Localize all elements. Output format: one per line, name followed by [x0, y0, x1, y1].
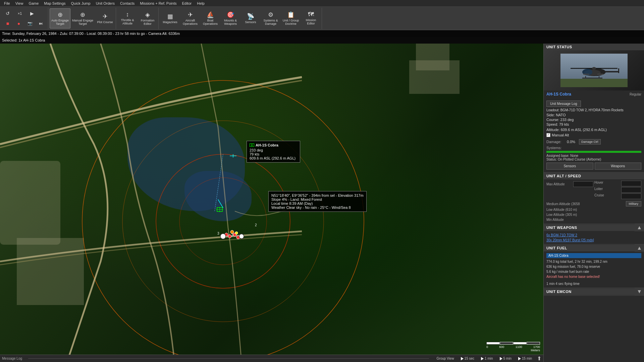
loiter-row: Loiter	[594, 187, 641, 193]
medium-alt-row: Medium Altitude (3658 Military	[546, 200, 641, 207]
interval-1m: 1 min	[485, 357, 493, 360]
auto-engage-btn[interactable]: ⊕ Auto EngageTarget	[50, 8, 70, 28]
map-area[interactable]: 3 3 2 AH-1S Cobra 233 deg 79 kts 609.	[0, 44, 543, 362]
group-view-btn[interactable]: Group View	[435, 356, 456, 361]
aircraft-ops-icon: ✈	[188, 11, 193, 18]
camera-btn[interactable]: 📷	[25, 19, 35, 28]
boat-ops-btn[interactable]: ⛵ BoatOperations	[200, 8, 220, 28]
time-text: Time: Sunday, February 26, 1984 - Zulu: …	[2, 32, 180, 36]
play-3[interactable]: 5 min	[498, 356, 513, 361]
military-btn[interactable]: Military	[626, 201, 642, 206]
svg-rect-23	[560, 79, 628, 87]
menu-file[interactable]: File	[1, 1, 13, 5]
hover-input[interactable]	[621, 181, 641, 186]
doctrine-label: Unit / GroupDoctrine	[283, 19, 299, 26]
formation-editor-btn[interactable]: ◈ FormationEditor	[138, 8, 158, 28]
assigned-base: Assigned base: None	[546, 154, 641, 158]
scale-label-600: 600	[499, 345, 504, 349]
manual-alt-label: Manual Alt	[552, 133, 569, 137]
play-1[interactable]: 15 sec	[459, 356, 476, 361]
mounts-weapons-btn[interactable]: 🎯 Mounts &Weapons	[220, 8, 240, 28]
altitude-text: Altitude: 609.6 m ASL (292.6 m AGL)	[546, 128, 641, 132]
speed-btn[interactable]: ×1	[14, 9, 26, 18]
play-btn[interactable]: ▶	[27, 9, 37, 18]
coord-text: N51°18'40", E9°36'52" - 394m from sel - …	[271, 193, 364, 197]
menu-quick-jump[interactable]: Quick Jump	[68, 1, 93, 5]
bottombar: Message Log Group View 15 sec 1 min 5 mi…	[0, 355, 543, 362]
menu-unit-orders[interactable]: Unit Orders	[93, 1, 117, 5]
stop-btn[interactable]: ■	[3, 19, 13, 28]
unit-status-header: UNIT STATUS	[544, 44, 644, 50]
throttle-label: Throttle &Altitude	[121, 19, 134, 25]
menu-missions[interactable]: Missions + Ref. Points	[137, 1, 179, 5]
menu-view[interactable]: View	[13, 1, 26, 5]
loiter-label: Loiter	[594, 187, 603, 193]
message-log-label[interactable]: Message Log	[2, 357, 22, 360]
forward-btn[interactable]: ⏭	[36, 19, 46, 28]
mission-editor-btn[interactable]: 🗺 MissionEditor	[301, 8, 321, 28]
urban-area-left	[0, 161, 60, 245]
weapons-header-row: UNIT WEAPONS ▲	[544, 224, 644, 231]
plot-course-btn[interactable]: ✈ Plot Course	[95, 8, 115, 28]
fuel-header-row: UNIT FUEL ▲	[544, 244, 644, 252]
play-4[interactable]: 15 min	[517, 356, 534, 361]
mission-icon: 🗺	[308, 11, 314, 18]
menu-help[interactable]: Help	[194, 1, 207, 5]
scale-seg-3	[513, 342, 527, 345]
fuel-unit-name: AH-1S Cobra	[546, 253, 641, 258]
loop-btn[interactable]: ↺	[3, 9, 13, 18]
unit-status-content: Unit Message Log Loadout: BGM-71D TOW 2,…	[544, 98, 644, 172]
menu-editor[interactable]: Editor	[179, 1, 194, 5]
loiter-input[interactable]	[621, 187, 641, 193]
play-2[interactable]: 1 min	[479, 356, 494, 361]
manual-alt-checkbox[interactable]	[546, 133, 550, 137]
speed-inputs: Hover Loiter Cruise	[594, 181, 641, 199]
right-panel: UNIT STATUS	[543, 44, 644, 362]
unit-fuel-section: UNIT FUEL ▲ AH-1S Cobra 774.0 kg total f…	[544, 244, 644, 288]
msg-log-btn[interactable]: Unit Message Log	[546, 101, 581, 107]
play-icon-3	[500, 357, 502, 360]
interval-5m: 5 min	[503, 357, 512, 360]
plot-course-label: Plot Course	[97, 21, 113, 24]
low-alt-305-row: Low Altitude (305 m)	[546, 212, 641, 217]
throttle-altitude-btn[interactable]: ↕ Throttle &Altitude	[117, 8, 138, 28]
damage-ctrl-btn[interactable]: Damage Ctrl	[579, 139, 601, 144]
heli-svg	[560, 54, 628, 87]
menu-contacts[interactable]: Contacts	[117, 1, 137, 5]
coord-weather: Weather Clear sky - No rain - 25°C - Win…	[271, 205, 364, 209]
weapon-1[interactable]: 6x BGM-71D TOW 2	[546, 233, 641, 238]
sensors-weapons-row: Sensors Weapons	[546, 163, 641, 170]
fuel-line-4: Aircraft has no home base selected!	[546, 274, 641, 279]
max-alt-input[interactable]	[573, 181, 593, 187]
svg-rect-26	[604, 71, 619, 72]
formation-label: FormationEditor	[141, 19, 155, 26]
weapon-2[interactable]: 30x 20mm M197 Burst [25 mds]	[546, 238, 641, 243]
auto-engage-label: Auto EngageTarget	[51, 19, 69, 26]
throttle-icon: ↕	[126, 11, 129, 18]
unit-weapons-header: UNIT WEAPONS	[544, 224, 635, 231]
sensors-panel-btn[interactable]: Sensors	[546, 163, 593, 170]
damage-label: Damage:	[546, 140, 565, 144]
cruise-input[interactable]	[621, 193, 641, 199]
magazines-btn[interactable]: ▦ Magazines	[160, 8, 180, 28]
upload-btn[interactable]: ⬆	[537, 355, 541, 362]
systems-damage-btn[interactable]: ⚙ Systems &Damage	[261, 8, 281, 28]
selected-unit: 1x AH-1S Cobra	[18, 38, 45, 42]
hover-row: Hover	[594, 181, 641, 186]
menubar: File View Game Map Settings Quick Jump U…	[0, 0, 644, 7]
weapons-panel-btn[interactable]: Weapons	[595, 163, 642, 170]
unit-alt-speed-section: UNIT ALT / SPEED Max Altitude Hover	[544, 173, 644, 224]
menu-game[interactable]: Game	[26, 1, 41, 5]
systems-icon: ⚙	[268, 11, 273, 18]
weapons-collapse-btn[interactable]: ▲	[635, 224, 644, 231]
menu-map-settings[interactable]: Map Settings	[41, 1, 68, 5]
unit-doctrine-btn[interactable]: 📋 Unit / GroupDoctrine	[281, 8, 301, 28]
unit-name[interactable]: AH-1S Cobra	[546, 92, 571, 97]
sensors-btn[interactable]: 📡 Sensors	[240, 8, 261, 28]
record-btn[interactable]: ●	[14, 19, 24, 28]
manual-engage-btn[interactable]: ⊕ Manual EngageTarget	[70, 8, 95, 28]
aircraft-ops-btn[interactable]: ✈ AircraftOperations	[180, 8, 200, 28]
emcon-expand-btn[interactable]: ▼	[635, 288, 644, 295]
unit-emcon-section: UNIT EMCON ▼	[544, 288, 644, 296]
fuel-collapse-btn[interactable]: ▲	[635, 244, 644, 252]
